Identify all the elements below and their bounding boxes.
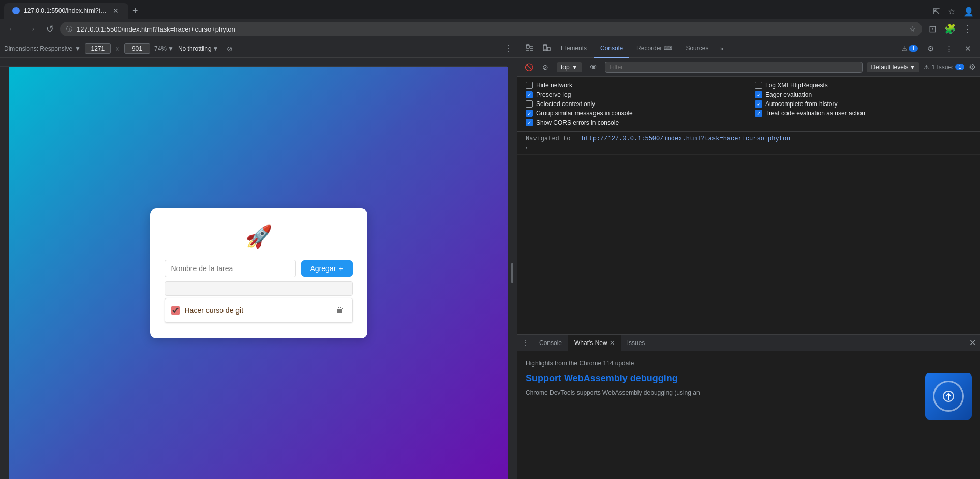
group-similar-label[interactable]: ✓ Group similar messages in console xyxy=(526,110,633,117)
preserve-log-label[interactable]: ✓ Preserve log xyxy=(526,91,571,98)
back-button[interactable]: ← xyxy=(4,21,21,37)
show-cors-checkbox[interactable]: ✓ xyxy=(526,119,533,126)
more-tabs-button[interactable]: » xyxy=(716,43,727,54)
settings-area: Hide network ✓ Preserve log Selected con… xyxy=(517,77,980,132)
svg-rect-7 xyxy=(547,47,550,51)
minimize-icon[interactable]: ⇱ xyxy=(931,5,942,19)
default-levels-button[interactable]: Default levels ▼ xyxy=(867,62,919,72)
console-left-icons: 🚫 ⊘ xyxy=(522,60,553,74)
treat-code-label[interactable]: ✓ Treat code evaluation as user action xyxy=(755,110,865,117)
address-bar[interactable]: ⓘ 127.0.0.1:5500/index.html?task=hacer+c… xyxy=(60,22,922,36)
new-tab-button[interactable]: + xyxy=(128,4,142,19)
todo-card: 🚀 Agregar + Hacer curso de git 🗑 xyxy=(150,208,367,338)
throttle-selector[interactable]: No throttling ▼ xyxy=(178,45,219,52)
dimensions-selector[interactable]: Dimensions: Responsive ▼ xyxy=(4,45,81,52)
extensions-button[interactable]: 🧩 xyxy=(942,21,958,37)
selected-context-label[interactable]: Selected context only xyxy=(526,100,595,108)
active-tab[interactable]: 127.0.0.1:5500/index.html?task=hacer+cur… xyxy=(4,3,128,19)
console-gear-icon[interactable]: ⚙ xyxy=(969,62,976,72)
hide-network-label[interactable]: Hide network xyxy=(526,82,572,89)
height-input[interactable] xyxy=(124,43,150,54)
log-xml-label[interactable]: Log XMLHttpRequests xyxy=(755,82,828,89)
width-input[interactable] xyxy=(85,43,111,54)
autocomplete-label[interactable]: ✓ Autocomplete from history xyxy=(755,100,837,108)
disable-cache-icon[interactable]: ⊘ xyxy=(222,41,237,56)
tab-sources[interactable]: Sources xyxy=(679,39,715,58)
bottom-tab-console[interactable]: Console xyxy=(533,335,568,351)
preserve-log-text: Preserve log xyxy=(536,91,571,98)
svg-rect-1 xyxy=(526,45,529,48)
task-input[interactable] xyxy=(165,260,296,277)
tab-close-button[interactable]: ✕ xyxy=(112,7,120,15)
expand-icon[interactable]: › xyxy=(526,145,527,151)
profile-icon[interactable]: 👤 xyxy=(961,5,976,19)
preserve-log-checkbox[interactable]: ✓ xyxy=(526,91,533,98)
console-output: Navigated to http://127.0.0.1:5500/index… xyxy=(517,132,980,334)
setting-treat-code: ✓ Treat code evaluation as user action xyxy=(755,109,972,118)
nav-bar: ← → ↺ ⓘ 127.0.0.1:5500/index.html?task=h… xyxy=(0,19,980,39)
bottom-tabs-dots-icon[interactable]: ⋮ xyxy=(522,339,529,347)
setting-show-cors: ✓ Show CORS errors in console xyxy=(526,118,743,127)
navigate-prefix: Navigated to http://127.0.0.1:5500/index… xyxy=(526,135,790,142)
tab-right-icons: ⇱ ☆ 👤 xyxy=(931,5,976,19)
bottom-panel-close-icon[interactable]: ✕ xyxy=(969,338,976,348)
dimensions-label: Dimensions: Responsive xyxy=(4,45,72,52)
eye-icon[interactable]: 👁 xyxy=(586,60,601,74)
bottom-tab-issues[interactable]: Issues xyxy=(621,335,651,351)
treat-code-checkbox[interactable]: ✓ xyxy=(755,110,762,117)
forward-button[interactable]: → xyxy=(23,21,39,37)
drag-handle[interactable] xyxy=(508,67,517,479)
more-options-icon[interactable]: ⋮ xyxy=(941,40,957,57)
issues-button[interactable]: ⚠ 1 Issue: 1 xyxy=(924,64,964,71)
issues-indicator[interactable]: ⚠ 1 xyxy=(902,45,920,52)
settings-gear-icon[interactable]: ⚙ xyxy=(922,40,939,57)
issues-badge: 1 xyxy=(909,45,918,52)
emulation-more-icon[interactable]: ⋮ xyxy=(504,43,513,53)
star-icon[interactable]: ☆ xyxy=(946,5,957,19)
issues-count-label: 1 Issue: xyxy=(931,64,953,71)
menu-button[interactable]: ⋮ xyxy=(959,21,976,37)
show-cors-label[interactable]: ✓ Show CORS errors in console xyxy=(526,119,619,126)
context-selector[interactable]: top ▼ xyxy=(557,62,582,72)
hide-network-checkbox[interactable] xyxy=(526,82,533,89)
throttle-chevron-icon: ▼ xyxy=(213,45,219,52)
lock-icon: ⓘ xyxy=(66,25,72,34)
device-toggle-icon[interactable] xyxy=(538,40,555,57)
cast-button[interactable]: ⊡ xyxy=(924,21,941,37)
setting-selected-context: Selected context only xyxy=(526,99,743,109)
log-xml-checkbox[interactable] xyxy=(755,82,762,89)
add-task-button[interactable]: Agregar + xyxy=(301,260,353,277)
group-similar-text: Group similar messages in console xyxy=(536,110,633,117)
inspect-element-icon[interactable] xyxy=(522,40,538,57)
task-checkbox[interactable] xyxy=(171,306,180,315)
zoom-selector[interactable]: 74% ▼ xyxy=(154,45,174,52)
tab-console[interactable]: Console xyxy=(594,39,629,58)
navigate-url-link[interactable]: http://127.0.0.1:5500/index.html?task=ha… xyxy=(582,135,790,142)
console-no-entry-icon[interactable]: ⊘ xyxy=(538,60,553,74)
autocomplete-checkbox[interactable]: ✓ xyxy=(755,100,762,108)
console-filter-input[interactable] xyxy=(605,62,863,73)
console-clear-icon[interactable]: 🚫 xyxy=(522,60,536,74)
eager-eval-label[interactable]: ✓ Eager evaluation xyxy=(755,91,812,98)
bottom-tab-whats-new[interactable]: What's New ✕ xyxy=(568,335,621,351)
filter-bar[interactable] xyxy=(165,281,353,296)
reload-button[interactable]: ↺ xyxy=(41,21,58,37)
tab-recorder[interactable]: Recorder ⌨ xyxy=(630,39,678,58)
eager-eval-checkbox[interactable]: ✓ xyxy=(755,91,762,98)
delete-task-button[interactable]: 🗑 xyxy=(334,304,346,317)
tab-elements[interactable]: Elements xyxy=(555,39,593,58)
whats-new-heading[interactable]: Support WebAssembly debugging xyxy=(526,373,919,384)
whats-new-close-icon[interactable]: ✕ xyxy=(610,339,615,347)
close-devtools-icon[interactable]: ✕ xyxy=(959,40,976,57)
plus-icon: + xyxy=(339,264,343,273)
nav-right-buttons: ⊡ 🧩 ⋮ xyxy=(924,21,976,37)
whats-new-article: Support WebAssembly debugging Chrome Dev… xyxy=(526,373,972,420)
bookmark-icon[interactable]: ☆ xyxy=(909,25,916,33)
viewport-container: Dimensions: Responsive ▼ x 74% ▼ No thro… xyxy=(0,39,517,479)
setting-log-xml: Log XMLHttpRequests xyxy=(755,81,972,90)
context-label: top xyxy=(561,64,570,71)
tab-favicon xyxy=(12,7,20,14)
group-similar-checkbox[interactable]: ✓ xyxy=(526,110,533,117)
selected-context-checkbox[interactable] xyxy=(526,100,533,108)
whats-new-body: Chrome DevTools supports WebAssembly deb… xyxy=(526,388,919,397)
